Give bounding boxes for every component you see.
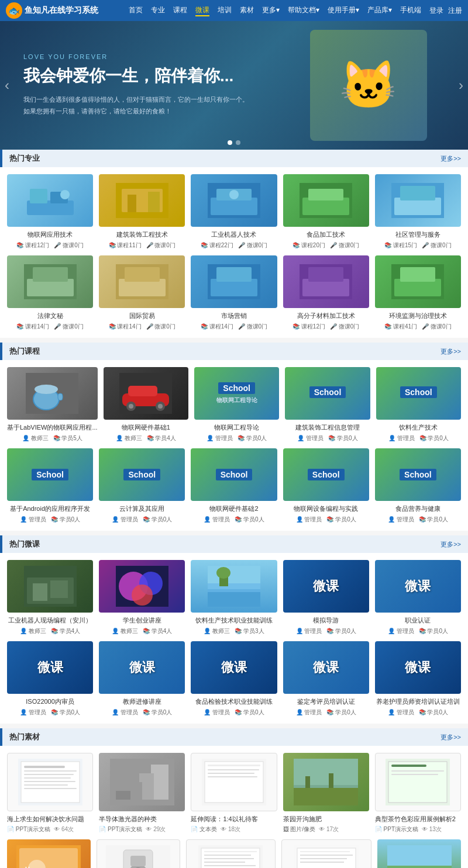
- hot-micros-more[interactable]: 更多>>: [441, 540, 461, 549]
- svg-point-51: [132, 585, 153, 606]
- spec-meta-4: 📚 课程15门 🎤 微课0门: [375, 241, 461, 250]
- micro-card-7[interactable]: 微课 食品检验技术职业技能训练 👤 管理员 📚 学员0人: [191, 641, 277, 717]
- nav-mobile[interactable]: 手机端: [400, 5, 421, 16]
- logo[interactable]: 🐟 鱼知凡在线学习系统: [6, 2, 98, 19]
- micros-row2: 微课 ISO22000内审员 👤 管理员 📚 学员0人 微课 教师进修讲座 👤 …: [7, 641, 461, 717]
- nav-more[interactable]: 更多▾: [262, 5, 280, 16]
- mat-card-8[interactable]: 2018中班数能总活动：小蝌蚪... 📄 文本类 👁 9次: [281, 839, 372, 868]
- svg-rect-83: [388, 762, 447, 803]
- mat-thumb-4: [375, 753, 461, 811]
- course-thumb-5: School: [7, 448, 93, 501]
- svg-rect-80: [305, 776, 310, 788]
- spec-card-9[interactable]: 环境监测与治理技术 📚 课程41门 🎤 微课0门: [375, 255, 461, 331]
- nav-specialty[interactable]: 专业: [151, 5, 165, 16]
- mat-name-3: 茶园开沟施肥: [283, 815, 369, 824]
- hot-specialty-more[interactable]: 更多>>: [441, 154, 461, 163]
- nav-actions: 登录 注册: [429, 6, 462, 16]
- spec-name-8: 高分子材料加工技术: [283, 312, 369, 320]
- spec-card-6[interactable]: 国际贸易 📚 课程14门 🎤 微课0门: [99, 255, 185, 331]
- register-link[interactable]: 注册: [448, 6, 462, 16]
- micro-card-5[interactable]: 微课 ISO22000内审员 👤 管理员 📚 学员0人: [7, 641, 93, 717]
- mat-card-5[interactable]: U 学习情境2-1:B级茶用水选择 📄 PPT演示文稿 👁 13次: [7, 839, 91, 868]
- micro-card-3[interactable]: 微课 模拟导游 👤 管理员 📚 学员0人: [283, 560, 369, 635]
- hero-prev-arrow[interactable]: ‹: [5, 77, 9, 94]
- hot-specialty-title: 热门专业: [9, 153, 40, 164]
- mat-card-6[interactable]: 肱骨干骨折内固定后运动训练 🎵 音频类 👁 11次: [97, 839, 180, 868]
- hero-dot-2[interactable]: [236, 140, 240, 145]
- spec-card-2[interactable]: 工业机器人技术 📚 课程22门 🎤 微课0门: [191, 174, 277, 250]
- course-card-8[interactable]: School 物联网设备编程与实践 👤 管理员 📚 学员0人: [283, 448, 369, 524]
- hot-specialty-header: 热门专业 更多>>: [0, 150, 468, 167]
- nav-guide[interactable]: 使用手册▾: [328, 5, 359, 16]
- spec-card-0[interactable]: 物联网应用技术 📚 课程12门 🎤 微课0门: [7, 174, 93, 250]
- course-name-6: 云计算及其应用: [99, 504, 185, 513]
- spec-meta-3: 📚 课程20门 🎤 微课0门: [283, 241, 369, 250]
- nav-course[interactable]: 课程: [173, 5, 187, 16]
- hero-content: LOVE YOU FOREVER 我会钟爱你一生，陪伴着你... 我们一生会遇到…: [0, 42, 272, 129]
- spec-card-5[interactable]: 法律文秘 📚 课程14门 🎤 微课0门: [7, 255, 93, 331]
- hot-micros-section: 热门微课 更多>> 工业机器人现场编程（安川） 👤 教师三 📚 学员4人: [0, 535, 468, 724]
- course-card-6[interactable]: School 云计算及其应用 👤 管理员 📚 学员0人: [99, 448, 185, 524]
- course-thumb-4: School: [376, 367, 461, 420]
- mat-card-0[interactable]: 海上求生如何解决饮水问题 📄 PPT演示文稿 👁 64次: [7, 753, 93, 834]
- micro-meta-3: 👤 管理员 📚 学员0人: [283, 627, 369, 635]
- hot-micros-header: 热门微课 更多>>: [0, 535, 468, 553]
- course-card-9[interactable]: School 食品营养与健康 👤 管理员 📚 学员0人: [375, 448, 461, 524]
- spec-card-7[interactable]: 市场营销 📚 课程14门 🎤 微课0门: [191, 255, 277, 331]
- svg-rect-76: [208, 776, 257, 777]
- course-meta-0: 👤 教师三 📚 学员5人: [7, 434, 98, 442]
- micro-card-4[interactable]: 微课 职业认证 👤 管理员 📚 学员0人: [375, 560, 461, 635]
- micro-card-9[interactable]: 微课 养老护理员师资培训认证培训 👤 管理员 📚 学员0人: [375, 641, 461, 717]
- spec-meta-6: 📚 课程14门 🎤 微课0门: [99, 323, 185, 331]
- mat-card-9[interactable]: 中国茶的种类 绿茶 📄 PPT演示文稿 👁 8次: [377, 839, 461, 868]
- mat-card-7[interactable]: 项目一-模块2：茶艺师个人准备 📄 文本类 👁 11次: [186, 839, 276, 868]
- micro-card-2[interactable]: 饮料生产技术职业技能训练 👤 教师三 📚 学员3人: [191, 560, 277, 635]
- course-card-2[interactable]: School 物联网工程导论 物联网工程导论 👤 管理员 📚 学员0人: [194, 367, 279, 442]
- spec-name-1: 建筑装饰工程技术: [99, 230, 185, 239]
- svg-point-43: [158, 404, 163, 409]
- micro-meta-8: 👤 管理员 📚 学员0人: [283, 708, 369, 717]
- course-card-4[interactable]: School 饮料生产技术 👤 管理员 📚 学员0人: [376, 367, 461, 442]
- hero-next-arrow[interactable]: ›: [459, 77, 463, 94]
- mat-card-2[interactable]: 延伸阅读：1:4以礼待客 📄 文本类 👁 18次: [191, 753, 277, 834]
- micro-meta-9: 👤 管理员 📚 学员0人: [375, 708, 461, 717]
- spec-card-3[interactable]: 食品加工技术 📚 课程20门 🎤 微课0门: [283, 174, 369, 250]
- nav-material[interactable]: 素材: [240, 5, 254, 16]
- spec-card-8[interactable]: 高分子材料加工技术 📚 课程12门 🎤 微课0门: [283, 255, 369, 331]
- micro-card-0[interactable]: 工业机器人现场编程（安川） 👤 教师三 📚 学员4人: [7, 560, 93, 635]
- course-card-5[interactable]: School 基于Android的应用程序开发 👤 管理员 📚 学员0人: [7, 448, 93, 524]
- nav-train[interactable]: 培训: [218, 5, 232, 16]
- svg-point-56: [216, 567, 230, 579]
- hero-desc2: 如果您拥有一只猫，请善待它，请给它最好的食粮！: [23, 106, 249, 117]
- spec-name-6: 国际贸易: [99, 312, 185, 320]
- mat-card-1[interactable]: 半导体激光器的种类 📄 PPT演示文稿 👁 29次: [99, 753, 185, 834]
- login-link[interactable]: 登录: [429, 6, 443, 16]
- spec-card-4[interactable]: 社区管理与服务 📚 课程15门 🎤 微课0门: [375, 174, 461, 250]
- nav-product[interactable]: 产品库▾: [367, 5, 392, 16]
- hot-materials-more[interactable]: 更多>>: [441, 733, 461, 742]
- nav-micro[interactable]: 微课: [195, 5, 209, 16]
- svg-rect-1: [30, 189, 47, 203]
- svg-rect-39: [128, 386, 157, 396]
- nav-home[interactable]: 首页: [129, 5, 143, 16]
- spec-card-1[interactable]: 建筑装饰工程技术 📚 课程11门 🎤 微课0门: [99, 174, 185, 250]
- course-card-0[interactable]: 基于LabVIEW的物联网应用程... 👤 教师三 📚 学员5人: [7, 367, 98, 442]
- svg-rect-79: [294, 759, 358, 788]
- micro-card-6[interactable]: 微课 教师进修讲座 👤 管理员 📚 学员0人: [99, 641, 185, 717]
- course-name-5: 基于Android的应用程序开发: [7, 504, 93, 513]
- mat-card-4[interactable]: 典型茶竹色彩应用展例解析2 📄 PPT演示文稿 👁 13次: [375, 753, 461, 834]
- hot-courses-more[interactable]: 更多>>: [441, 347, 461, 356]
- micro-card-8[interactable]: 微课 鉴定考评员培训认证 👤 管理员 📚 学员0人: [283, 641, 369, 717]
- micro-thumb-2: [191, 560, 277, 613]
- svg-rect-109: [300, 862, 344, 863]
- svg-rect-86: [391, 774, 438, 775]
- course-card-3[interactable]: School 建筑装饰工程信息管理 👤 管理员 📚 学员0人: [285, 367, 370, 442]
- hero-dot-1[interactable]: [228, 140, 232, 145]
- nav-help[interactable]: 帮助文档▾: [288, 5, 319, 16]
- mat-card-3[interactable]: 茶园开沟施肥 🖼 图片/像类 👁 17次: [283, 753, 369, 834]
- course-meta-5: 👤 管理员 📚 学员0人: [7, 516, 93, 524]
- hot-courses-content: 基于LabVIEW的物联网应用程... 👤 教师三 📚 学员5人 物联网硬件基础…: [0, 360, 468, 531]
- course-card-7[interactable]: School 物联网硬件基础2 👤 管理员 📚 学员0人: [191, 448, 277, 524]
- course-card-1[interactable]: 物联网硬件基础1 👤 教师三 📚 学员4人: [104, 367, 188, 442]
- micro-card-1[interactable]: 学生创业讲座 👤 教师三 📚 学员4人: [99, 560, 185, 635]
